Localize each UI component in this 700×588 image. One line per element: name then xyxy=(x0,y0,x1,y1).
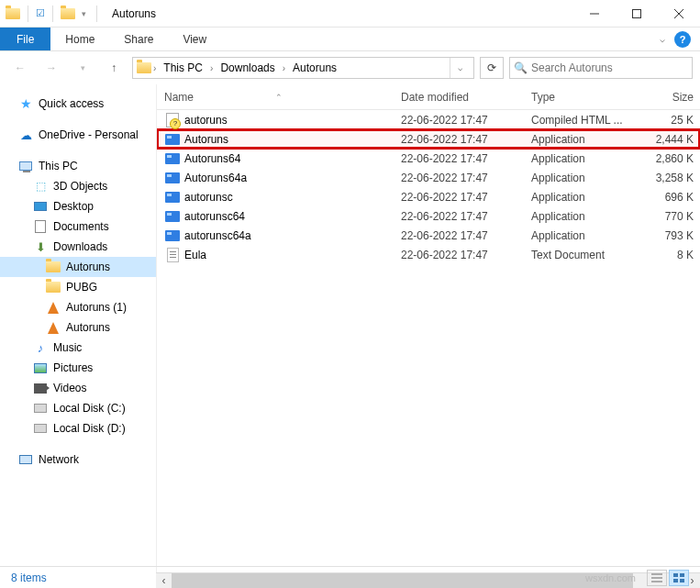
crumb-downloads[interactable]: Downloads xyxy=(215,61,280,74)
file-size: 2,860 K xyxy=(643,152,694,165)
minimize-button[interactable] xyxy=(573,0,616,28)
file-row[interactable]: autorunsc64a22-06-2022 17:47Application7… xyxy=(157,226,700,245)
file-size: 25 K xyxy=(643,114,694,127)
file-name: autoruns xyxy=(184,114,401,127)
vlc-icon xyxy=(46,320,61,335)
up-button[interactable]: ↑ xyxy=(101,55,127,81)
nav-pictures[interactable]: Pictures xyxy=(0,358,156,378)
file-type: Application xyxy=(531,133,643,146)
video-icon xyxy=(33,381,48,395)
nav-autoruns-vlc[interactable]: Autoruns xyxy=(0,317,156,338)
refresh-button[interactable]: ⟳ xyxy=(480,57,504,79)
close-button[interactable] xyxy=(658,0,700,28)
col-size[interactable]: Size xyxy=(643,91,694,104)
help-icon[interactable]: ? xyxy=(674,31,691,48)
file-date: 22-06-2022 17:47 xyxy=(401,172,531,184)
file-name: autorunsc64a xyxy=(184,229,401,242)
file-size: 2,444 K xyxy=(643,133,694,146)
crumb-autoruns[interactable]: Autoruns xyxy=(287,61,342,74)
nav-pubg[interactable]: PUBG xyxy=(0,277,156,297)
file-type: Text Document xyxy=(531,249,643,261)
file-date: 22-06-2022 17:47 xyxy=(401,249,531,261)
file-row[interactable]: Autoruns22-06-2022 17:47Application2,444… xyxy=(157,129,700,149)
vlc-icon xyxy=(46,300,61,315)
nav-3d-objects[interactable]: ⬚3D Objects xyxy=(0,176,156,196)
file-row[interactable]: autorunsc6422-06-2022 17:47Application77… xyxy=(157,206,700,226)
nav-downloads[interactable]: ⬇Downloads xyxy=(0,237,156,257)
file-date: 22-06-2022 17:47 xyxy=(401,210,531,223)
file-name: Autoruns xyxy=(184,133,401,146)
file-icon xyxy=(164,171,181,185)
file-name: Eula xyxy=(184,249,401,261)
file-icon xyxy=(164,228,181,243)
music-icon: ♪ xyxy=(33,340,48,355)
svg-rect-8 xyxy=(680,573,684,577)
nav-autoruns-1[interactable]: Autoruns (1) xyxy=(0,297,156,317)
file-row[interactable]: autorunsc22-06-2022 17:47Application696 … xyxy=(157,187,700,206)
back-button[interactable]: ← xyxy=(7,55,33,81)
disk-icon xyxy=(33,421,48,436)
file-name: Autoruns64a xyxy=(184,172,401,184)
svg-rect-10 xyxy=(680,579,684,582)
desktop-icon xyxy=(33,199,48,214)
file-row[interactable]: Autoruns6422-06-2022 17:47Application2,8… xyxy=(157,149,700,168)
nav-disk-d[interactable]: Local Disk (D:) xyxy=(0,418,156,438)
nav-music[interactable]: ♪Music xyxy=(0,338,156,358)
nav-disk-c[interactable]: Local Disk (C:) xyxy=(0,398,156,418)
status-bar: 8 items wsxdn.com xyxy=(0,566,700,588)
crumb-this-pc[interactable]: This PC xyxy=(158,61,208,74)
chevron-right-icon[interactable]: › xyxy=(210,63,213,73)
forward-button[interactable]: → xyxy=(39,55,64,81)
cloud-icon: ☁ xyxy=(18,128,33,142)
file-icon xyxy=(164,113,181,128)
file-row[interactable]: Eula22-06-2022 17:47Text Document8 K xyxy=(157,245,700,264)
chevron-right-icon[interactable]: › xyxy=(283,63,285,73)
qa-folder-icon[interactable] xyxy=(61,6,75,21)
file-type: Application xyxy=(531,152,643,165)
nav-videos[interactable]: Videos xyxy=(0,378,156,398)
nav-desktop[interactable]: Desktop xyxy=(0,196,156,216)
file-row[interactable]: autoruns22-06-2022 17:47Compiled HTML ..… xyxy=(157,110,700,129)
file-type: Compiled HTML ... xyxy=(531,114,643,127)
search-box[interactable]: 🔍 xyxy=(509,57,693,79)
col-date[interactable]: Date modified xyxy=(401,91,531,104)
column-headers: Name⌃ Date modified Type Size xyxy=(157,84,700,110)
file-size: 8 K xyxy=(643,249,694,261)
icons-view-button[interactable] xyxy=(669,570,689,586)
file-type: Application xyxy=(531,172,643,184)
file-icon xyxy=(164,209,181,224)
nav-network[interactable]: Network xyxy=(0,449,156,470)
details-view-button[interactable] xyxy=(647,570,667,586)
chevron-right-icon[interactable]: › xyxy=(153,63,156,73)
qa-dropdown-icon[interactable]: ▾ xyxy=(79,9,89,18)
svg-rect-7 xyxy=(673,573,678,577)
qa-properties-icon[interactable]: ☑ xyxy=(36,7,45,19)
col-name[interactable]: Name⌃ xyxy=(164,91,401,104)
maximize-button[interactable] xyxy=(616,0,658,28)
tab-view[interactable]: View xyxy=(168,28,221,50)
col-type[interactable]: Type xyxy=(531,91,643,104)
window-title: Autoruns xyxy=(106,7,156,20)
expand-ribbon-icon[interactable]: ⌵ xyxy=(660,34,665,44)
file-row[interactable]: Autoruns64a22-06-2022 17:47Application3,… xyxy=(157,168,700,187)
nav-this-pc[interactable]: This PC xyxy=(0,156,156,176)
nav-onedrive[interactable]: ☁OneDrive - Personal xyxy=(0,125,156,145)
recent-dropdown[interactable]: ▾ xyxy=(70,55,95,81)
nav-autoruns[interactable]: Autoruns xyxy=(0,257,156,277)
tab-home[interactable]: Home xyxy=(50,28,109,50)
navigation-pane[interactable]: ★Quick access ☁OneDrive - Personal This … xyxy=(0,84,156,581)
file-date: 22-06-2022 17:47 xyxy=(401,133,531,146)
file-type: Application xyxy=(531,210,643,223)
navbar: ← → ▾ ↑ › This PC › Downloads › Autoruns… xyxy=(0,51,700,84)
address-dropdown[interactable]: ⌵ xyxy=(450,58,470,78)
tab-share[interactable]: Share xyxy=(109,28,168,50)
nav-documents[interactable]: Documents xyxy=(0,216,156,237)
search-input[interactable] xyxy=(531,61,688,74)
svg-rect-9 xyxy=(673,579,678,582)
file-tab[interactable]: File xyxy=(0,28,50,50)
file-date: 22-06-2022 17:47 xyxy=(401,229,531,242)
address-bar[interactable]: › This PC › Downloads › Autoruns ⌵ xyxy=(132,57,474,79)
file-list[interactable]: autoruns22-06-2022 17:47Compiled HTML ..… xyxy=(157,110,700,581)
disk-icon xyxy=(33,401,48,416)
nav-quick-access[interactable]: ★Quick access xyxy=(0,94,156,114)
